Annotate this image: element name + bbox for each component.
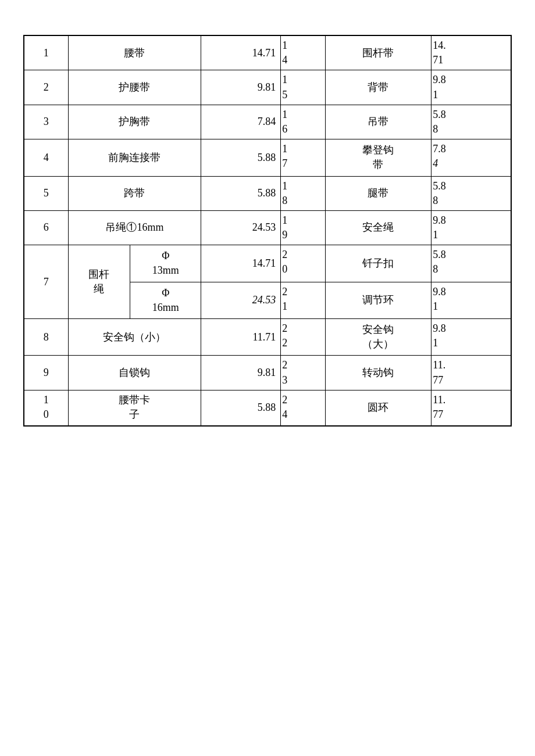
row-name: 护胸带 [68,105,201,139]
row-name2: 攀登钩带 [325,139,431,176]
row-price: 9.81 [201,70,281,105]
row-id2: 23 [281,356,325,390]
row-name: 腰带卡子 [68,390,201,426]
row-name2-7a: 钎子扣 [325,245,431,282]
row-price2-7b: 9.81 [431,282,511,318]
row-price2: 14.71 [431,35,511,70]
row-price-7b: 24.53 [201,282,281,318]
row-name: 护腰带 [68,70,201,105]
row-num: 2 [24,70,68,105]
row-name2: 围杆带 [325,35,431,70]
row-subname-7b: Φ16mm [130,282,201,318]
row-price: 5.88 [201,390,281,426]
row-id2: 17 [281,139,325,176]
row-price: 11.71 [201,319,281,356]
row-num: 10 [24,390,68,426]
row-num: 8 [24,319,68,356]
row-id2-7a: 20 [281,245,325,282]
row-id2: 16 [281,105,325,139]
row-price: 24.53 [201,210,281,245]
row-name: 安全钩（小） [68,319,201,356]
row-id2: 19 [281,210,325,245]
row-price-7a: 14.71 [201,245,281,282]
row-id2-7b: 21 [281,282,325,318]
row-name2: 圆环 [325,390,431,426]
table-row: 2 护腰带 9.81 15 背带 9.81 [24,70,511,105]
row-name2: 安全钩（大） [325,319,431,356]
row-price2: 9.81 [431,70,511,105]
table-row: 5 跨带 5.88 18 腿带 5.88 [24,176,511,210]
row-price2-7a: 5.88 [431,245,511,282]
table-row: 10 腰带卡子 5.88 24 圆环 11.77 [24,390,511,426]
row-num-7: 7 [24,245,68,319]
row-id2: 22 [281,319,325,356]
table-row: 1 腰带 14.71 14 围杆带 14.71 [24,35,511,70]
table-row-7: 7 围杆绳 Φ13mm 14.71 20 钎子扣 5.88 [24,245,511,282]
main-table: 1 腰带 14.71 14 围杆带 14.71 2 护腰带 9.81 15 背带… [23,35,512,427]
row-price: 5.88 [201,176,281,210]
row-num: 4 [24,139,68,176]
row-name2: 腿带 [325,176,431,210]
row-num: 1 [24,35,68,70]
table-row: 3 护胸带 7.84 16 吊带 5.88 [24,105,511,139]
row-id2: 18 [281,176,325,210]
row-price2: 5.88 [431,105,511,139]
row-name: 前胸连接带 [68,139,201,176]
row-price: 9.81 [201,356,281,390]
row-price2: 9.81 [431,319,511,356]
row-name2-7b: 调节环 [325,282,431,318]
row-name-7a: 围杆绳 [68,245,130,319]
row-price2: 11.77 [431,356,511,390]
row-num: 9 [24,356,68,390]
row-price: 14.71 [201,35,281,70]
row-id2: 15 [281,70,325,105]
row-name: 自锁钩 [68,356,201,390]
row-name2: 吊带 [325,105,431,139]
row-num: 5 [24,176,68,210]
row-price2: 9.81 [431,210,511,245]
table-row: 4 前胸连接带 5.88 17 攀登钩带 7.84 [24,139,511,176]
row-name2: 安全绳 [325,210,431,245]
table-row: 9 自锁钩 9.81 23 转动钩 11.77 [24,356,511,390]
row-name2: 背带 [325,70,431,105]
table-row: 6 吊绳①16mm 24.53 19 安全绳 9.81 [24,210,511,245]
row-id2: 24 [281,390,325,426]
row-price: 7.84 [201,105,281,139]
row-price2: 5.88 [431,176,511,210]
row-price2: 7.84 [431,139,511,176]
table-container: 1 腰带 14.71 14 围杆带 14.71 2 护腰带 9.81 15 背带… [23,35,512,427]
row-name: 吊绳①16mm [68,210,201,245]
row-subname-7a: Φ13mm [130,245,201,282]
row-price2: 11.77 [431,390,511,426]
row-id2: 14 [281,35,325,70]
row-num: 3 [24,105,68,139]
row-name: 腰带 [68,35,201,70]
table-row: 8 安全钩（小） 11.71 22 安全钩（大） 9.81 [24,319,511,356]
row-num: 6 [24,210,68,245]
row-name2: 转动钩 [325,356,431,390]
row-name: 跨带 [68,176,201,210]
row-price: 5.88 [201,139,281,176]
